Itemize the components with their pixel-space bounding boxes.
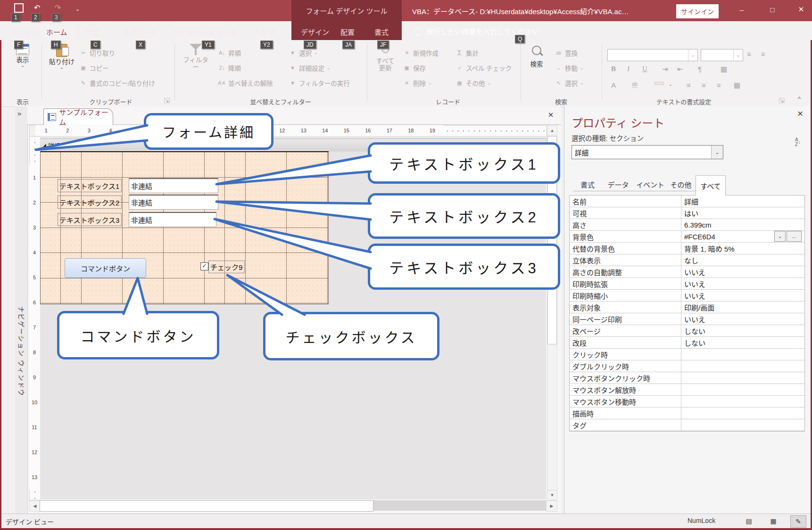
form-textbox-3[interactable]: 非連結 xyxy=(129,212,216,227)
ruler-number: 6 xyxy=(29,290,40,315)
property-value[interactable]: 詳細 xyxy=(681,196,804,207)
property-value[interactable]: いいえ xyxy=(681,266,804,277)
tab-db-tools[interactable]: データベース ツール xyxy=(166,24,244,40)
scroll-left-icon[interactable]: ◀ xyxy=(29,500,41,512)
property-row[interactable]: 印刷時縮小 いいえ xyxy=(570,290,804,302)
form-textbox-1[interactable]: 非連結 xyxy=(129,178,218,193)
sigma-icon: Σ xyxy=(456,49,464,57)
sign-in-button[interactable]: サインイン xyxy=(676,4,719,18)
property-row[interactable]: 代替の背景色 背景 1, 暗め 5% xyxy=(570,243,804,254)
scroll-up-icon[interactable]: ▲ xyxy=(547,125,557,136)
close-button[interactable]: ✕ xyxy=(790,0,812,19)
property-row[interactable]: 改段 しない xyxy=(570,337,804,349)
property-value[interactable]: #FCE6D4 xyxy=(681,231,804,242)
property-row[interactable]: 高さの自動調整 いいえ xyxy=(570,266,804,278)
property-row[interactable]: 可視 はい xyxy=(570,207,804,219)
save-icon[interactable] xyxy=(14,3,24,13)
property-value[interactable] xyxy=(681,419,804,431)
tab-external-data[interactable]: 外部データ xyxy=(116,24,165,40)
form-label-3[interactable]: テキストボックス3 xyxy=(58,213,122,226)
form-label-2[interactable]: テキストボックス2 xyxy=(58,196,122,209)
find-button[interactable]: 検索 xyxy=(524,44,549,68)
form-label-1[interactable]: テキストボックス1 xyxy=(58,179,122,192)
font-name-combo[interactable]: ⌄ xyxy=(607,49,698,61)
datasheet-view-button[interactable]: ▦ xyxy=(766,515,781,527)
minimize-button[interactable]: – xyxy=(731,0,753,19)
detail-section-grid[interactable] xyxy=(40,151,329,304)
tab-design[interactable]: デザイン xyxy=(294,24,336,40)
property-row[interactable]: ダブルクリック時 xyxy=(570,360,804,372)
tab-home[interactable]: ホーム xyxy=(40,24,74,40)
property-value[interactable] xyxy=(681,384,804,395)
property-label: 高さの自動調整 xyxy=(570,266,681,277)
property-row[interactable]: マウスボタン移動時 xyxy=(570,396,804,408)
property-value[interactable] xyxy=(681,349,804,360)
form-checkbox[interactable]: ✓ xyxy=(200,262,208,270)
maximize-button[interactable]: □ xyxy=(762,0,783,19)
property-row[interactable]: クリック時 xyxy=(570,349,804,360)
nav-expand-icon[interactable]: » xyxy=(17,109,21,117)
property-row[interactable]: タグ xyxy=(570,419,804,431)
font-size-combo[interactable]: ⌄ xyxy=(701,49,743,61)
tab-format[interactable]: 書式 xyxy=(368,24,395,40)
prop-tab-all[interactable]: すべて xyxy=(696,175,726,196)
property-value[interactable]: しない xyxy=(681,325,804,336)
property-value[interactable]: 印刷/画面 xyxy=(681,302,804,313)
property-value[interactable]: はい xyxy=(681,207,804,219)
form-command-button[interactable]: コマンドボタン xyxy=(65,258,146,278)
property-row[interactable]: 高さ 6.399cm xyxy=(570,219,804,231)
property-row[interactable]: 立体表示 なし xyxy=(570,254,804,266)
design-view-button[interactable]: ✎ xyxy=(790,515,806,528)
property-value[interactable]: 6.399cm xyxy=(681,219,804,230)
form-checkbox-label[interactable]: チェック9 xyxy=(208,261,245,273)
property-row[interactable]: 表示対象 印刷/画面 xyxy=(570,302,804,313)
tab-arrange[interactable]: 配置 xyxy=(334,24,361,40)
property-sheet-close-icon[interactable]: ✕ xyxy=(795,108,805,119)
sort-desc-button: Z↓降順 xyxy=(218,62,273,73)
property-row[interactable]: 背景色 #FCE6D4 xyxy=(570,231,804,243)
property-value[interactable] xyxy=(681,360,804,372)
tab-help[interactable]: ヘルプ xyxy=(247,24,282,40)
property-value[interactable] xyxy=(681,372,804,383)
prop-tab-other[interactable]: その他 xyxy=(666,178,696,191)
property-row[interactable]: マウスボタン解放時 xyxy=(570,384,804,396)
property-value[interactable]: いいえ xyxy=(681,278,804,289)
scroll-right-icon[interactable]: ▶ xyxy=(546,500,557,512)
bg-color-dropdown-icon[interactable]: ⌄ xyxy=(774,231,786,242)
property-row[interactable]: 同一ページ印刷 いいえ xyxy=(570,313,804,325)
prop-tab-format[interactable]: 書式 xyxy=(573,178,602,191)
qat-customize-icon[interactable]: ⌄ xyxy=(75,6,80,12)
section-selector-combo[interactable]: 詳細 ⌄ xyxy=(572,145,723,159)
bg-color-builder-button[interactable]: … xyxy=(787,231,802,242)
chevron-down-icon[interactable]: ⌄ xyxy=(711,146,723,159)
clipboard-dialog-launcher-icon[interactable]: ↘ xyxy=(164,98,170,103)
prop-tab-event[interactable]: イベント xyxy=(634,178,666,191)
tab-create[interactable]: 作成 xyxy=(78,24,106,40)
form-textbox-2[interactable]: 非連結 xyxy=(129,195,218,210)
property-value[interactable] xyxy=(681,396,804,407)
property-value[interactable]: なし xyxy=(681,254,804,266)
property-row[interactable]: 改ページ しない xyxy=(570,325,804,337)
property-value[interactable] xyxy=(681,408,804,419)
nav-pane-label[interactable]: ナビゲーション ウィンドウ xyxy=(17,306,26,396)
property-row[interactable]: マウスボタンクリック時 xyxy=(570,372,804,384)
tab-file[interactable]: ファイル xyxy=(4,24,45,40)
undo-button[interactable]: ↶ xyxy=(34,3,40,12)
collapse-ribbon-icon[interactable]: ^ xyxy=(798,95,801,102)
property-row[interactable]: 描画時 xyxy=(570,408,804,419)
az-sort-icon[interactable]: AZ ↓ xyxy=(795,136,805,149)
prop-tab-data[interactable]: データ xyxy=(602,178,634,191)
scroll-down-icon[interactable]: ▼ xyxy=(547,490,557,500)
property-row[interactable]: 印刷時拡張 いいえ xyxy=(570,278,804,290)
property-row[interactable]: 名前 詳細 xyxy=(570,196,804,207)
form-view-button[interactable]: ▤ xyxy=(741,515,756,527)
property-value[interactable]: 背景 1, 暗め 5% xyxy=(681,243,804,254)
chevron-down-icon[interactable]: ⌄ xyxy=(669,82,672,87)
horizontal-scrollbar-thumb[interactable] xyxy=(40,500,373,512)
property-value[interactable]: いいえ xyxy=(681,290,804,301)
document-tab[interactable]: サンプルフォーム xyxy=(43,108,113,125)
property-value[interactable]: しない xyxy=(681,337,804,348)
text-format-dialog-launcher-icon[interactable]: ↘ xyxy=(779,98,785,103)
document-close-icon[interactable]: ✕ xyxy=(546,110,555,120)
property-value[interactable]: いいえ xyxy=(681,313,804,325)
